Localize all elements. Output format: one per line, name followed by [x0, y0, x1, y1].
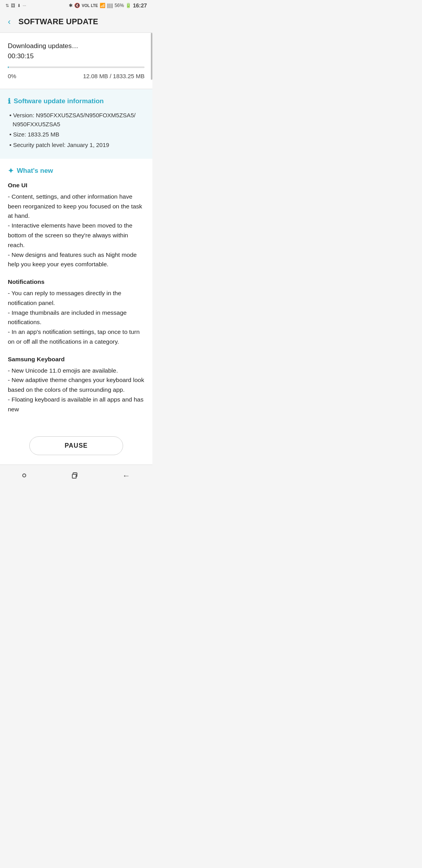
feature-notifications-title: Notifications: [8, 277, 145, 287]
back-nav-icon: ←: [122, 471, 130, 480]
feature-notifications: Notifications - You can reply to message…: [8, 277, 145, 347]
download-icon: ⬇: [17, 3, 21, 8]
download-status-text: Downloading updates…: [8, 42, 145, 50]
pause-btn-container: PAUSE: [0, 429, 152, 464]
nav-bar: ←: [0, 464, 152, 486]
feature-notifications-desc: - You can reply to messages directly in …: [8, 289, 145, 347]
wifi-icon: 📶: [100, 3, 106, 8]
back-nav-button[interactable]: ←: [114, 467, 138, 484]
status-bar: ⇅ 🖼 ⬇ ··· ✱ 🔇 VOL LTE 📶 ||||| 56% 🔋 16:2…: [0, 0, 152, 11]
whats-new-title: ✦ What's new: [8, 167, 145, 175]
info-section: ℹ Software update information • Version:…: [0, 89, 152, 159]
whats-new-section: ✦ What's new One UI - Content, settings,…: [8, 159, 145, 414]
image-icon: 🖼: [11, 3, 15, 8]
whats-new-content: One UI - Content, settings, and other in…: [8, 181, 145, 414]
battery-icon: 🔋: [125, 3, 131, 8]
header: ‹ SOFTWARE UPDATE: [0, 11, 152, 33]
feature-one-ui: One UI - Content, settings, and other in…: [8, 181, 145, 269]
recent-apps-button[interactable]: [63, 468, 86, 483]
home-icon: [22, 473, 26, 477]
recent-apps-icon: [71, 472, 78, 479]
feature-one-ui-desc: - Content, settings, and other informati…: [8, 192, 145, 269]
mute-icon: 🔇: [74, 3, 80, 8]
more-icon: ···: [23, 3, 26, 8]
main-content: Downloading updates… 00:30:15 0% 12.08 M…: [0, 33, 152, 429]
feature-one-ui-title: One UI: [8, 181, 145, 190]
sync-icon: ⇅: [5, 3, 9, 8]
scroll-indicator: [151, 33, 152, 80]
progress-row: 0% 12.08 MB / 1833.25 MB: [8, 73, 145, 79]
progress-percent: 0%: [8, 73, 16, 79]
feature-keyboard-title: Samsung Keyboard: [8, 355, 145, 364]
signal-icon: |||||: [107, 3, 113, 8]
download-size: 12.08 MB / 1833.25 MB: [83, 73, 145, 79]
download-timer: 00:30:15: [8, 52, 145, 60]
battery-pct: 56%: [114, 3, 124, 8]
progress-bar-fill: [8, 66, 9, 68]
page-title: SOFTWARE UPDATE: [18, 17, 98, 26]
info-section-title: ℹ Software update information: [8, 97, 145, 106]
lte-icon: VOL LTE: [82, 4, 98, 8]
feature-keyboard: Samsung Keyboard - New Unicode 11.0 emoj…: [8, 355, 145, 414]
info-icon: ℹ: [8, 97, 11, 106]
progress-bar-track: [8, 66, 145, 68]
bluetooth-icon: ✱: [69, 3, 73, 8]
info-version: • Version: N950FXXU5ZSA5/N950FOXM5ZSA5/ …: [8, 111, 145, 129]
info-size: • Size: 1833.25 MB: [8, 130, 145, 139]
info-security-patch: • Security patch level: January 1, 2019: [8, 141, 145, 150]
info-list: • Version: N950FXXU5ZSA5/N950FOXM5ZSA5/ …: [8, 111, 145, 149]
status-bar-left: ⇅ 🖼 ⬇ ···: [5, 3, 26, 8]
pause-button[interactable]: PAUSE: [29, 436, 123, 455]
feature-keyboard-desc: - New Unicode 11.0 emojis are available.…: [8, 366, 145, 414]
status-bar-right: ✱ 🔇 VOL LTE 📶 ||||| 56% 🔋 16:27: [69, 2, 147, 9]
time: 16:27: [133, 2, 147, 9]
star-icon: ✦: [8, 167, 14, 175]
back-button[interactable]: ‹: [6, 15, 12, 29]
home-button[interactable]: [14, 470, 34, 481]
